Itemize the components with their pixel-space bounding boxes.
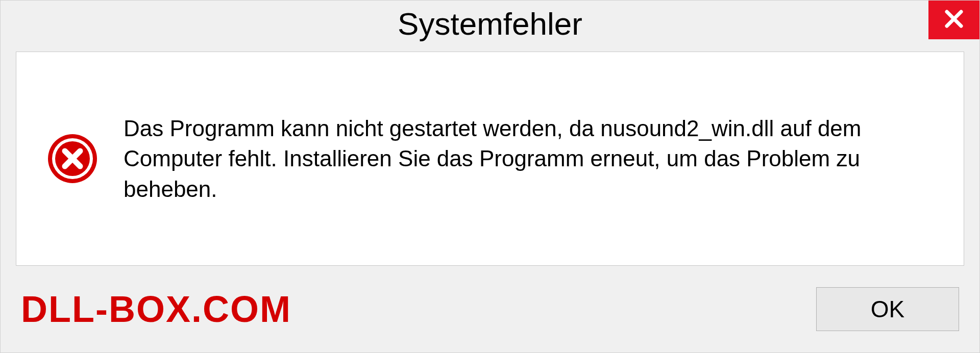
close-button[interactable]	[928, 1, 979, 39]
error-message: Das Programm kann nicht gestartet werden…	[124, 113, 933, 204]
error-dialog: Systemfehler Das Programm kann nicht ges…	[0, 0, 980, 353]
ok-button[interactable]: OK	[816, 287, 959, 331]
watermark-text: DLL-BOX.COM	[21, 288, 291, 330]
content-box: Das Programm kann nicht gestartet werden…	[16, 52, 964, 266]
footer: DLL-BOX.COM OK	[1, 276, 979, 352]
titlebar: Systemfehler	[1, 1, 979, 46]
close-icon	[943, 8, 965, 32]
ok-button-label: OK	[871, 295, 904, 323]
dialog-title: Systemfehler	[398, 6, 582, 42]
error-icon	[47, 133, 98, 184]
